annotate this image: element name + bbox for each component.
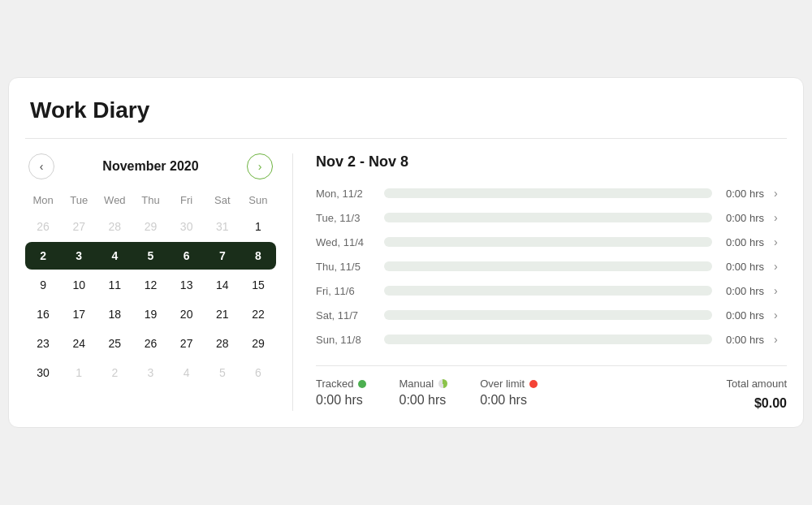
calendar-day-cell[interactable]: 16	[25, 300, 61, 328]
calendar-day-cell[interactable]: 24	[61, 330, 97, 357]
tracked-label: Tracked	[316, 378, 366, 390]
diary-day-chevron-icon[interactable]: ›	[774, 187, 787, 200]
diary-day-hours: 0:00 hrs	[722, 261, 764, 273]
calendar-day-header: Sat	[205, 191, 240, 209]
diary-day-hours: 0:00 hrs	[722, 236, 764, 248]
diary-day-label: Sun, 11/8	[316, 334, 374, 346]
calendar-day-cell[interactable]: 28	[97, 213, 132, 240]
calendar-day-cell[interactable]: 29	[240, 330, 276, 357]
calendar-day-cell[interactable]: 11	[97, 271, 132, 299]
diary-day-row[interactable]: Fri, 11/60:00 hrs›	[316, 284, 787, 297]
calendar-day-cell[interactable]: 9	[25, 271, 61, 299]
diary-day-label: Fri, 11/6	[316, 285, 374, 297]
total-amount-value: $0.00	[727, 396, 787, 411]
calendar-days-header: MonTueWedThuFriSatSun	[25, 191, 276, 209]
calendar-day-cell[interactable]: 26	[25, 213, 61, 240]
calendar-week[interactable]: 16171819202122	[25, 300, 276, 328]
manual-label: Manual	[399, 378, 447, 390]
calendar-prev-button[interactable]: ‹	[28, 153, 54, 179]
tracked-dot	[358, 380, 366, 388]
calendar-day-cell[interactable]: 2	[97, 359, 132, 386]
calendar-section: ‹ November 2020 › MonTueWedThuFriSatSun …	[25, 153, 293, 411]
calendar-day-cell[interactable]: 7	[205, 242, 240, 270]
work-diary-container: Work Diary ‹ November 2020 › MonTueWedTh…	[8, 77, 804, 428]
diary-day-chevron-icon[interactable]: ›	[774, 211, 787, 224]
diary-day-label: Mon, 11/2	[316, 188, 374, 200]
overlimit-stat: Over limit 0:00 hrs	[480, 378, 538, 408]
manual-label-text: Manual	[399, 378, 434, 390]
calendar-next-button[interactable]: ›	[247, 153, 273, 179]
diary-day-chevron-icon[interactable]: ›	[774, 333, 787, 346]
calendar-day-cell[interactable]: 5	[205, 359, 240, 386]
diary-day-row[interactable]: Sun, 11/80:00 hrs›	[316, 333, 787, 346]
diary-day-hours: 0:00 hrs	[722, 285, 764, 297]
calendar-day-cell[interactable]: 8	[240, 242, 276, 270]
calendar-day-cell[interactable]: 25	[97, 330, 132, 357]
overlimit-dot	[529, 380, 538, 388]
calendar-day-cell[interactable]: 30	[169, 213, 205, 240]
calendar-day-cell[interactable]: 14	[205, 271, 240, 299]
diary-day-chevron-icon[interactable]: ›	[774, 284, 787, 297]
diary-day-row[interactable]: Mon, 11/20:00 hrs›	[316, 187, 787, 200]
tracked-stat: Tracked 0:00 hrs	[316, 378, 366, 408]
calendar-day-cell[interactable]: 2	[25, 242, 61, 270]
diary-day-hours: 0:00 hrs	[722, 309, 764, 322]
calendar-day-cell[interactable]: 22	[240, 300, 276, 328]
calendar-day-header: Thu	[132, 191, 168, 209]
diary-day-chevron-icon[interactable]: ›	[774, 235, 787, 248]
overlimit-label-text: Over limit	[480, 378, 525, 390]
calendar-day-cell[interactable]: 27	[61, 213, 97, 240]
calendar-day-cell[interactable]: 23	[25, 330, 61, 357]
calendar-day-header: Mon	[25, 191, 61, 209]
calendar-day-cell[interactable]: 18	[97, 300, 132, 328]
diary-day-row[interactable]: Tue, 11/30:00 hrs›	[316, 211, 787, 224]
calendar-day-cell[interactable]: 27	[169, 330, 205, 357]
calendar-day-cell[interactable]: 31	[205, 213, 240, 240]
diary-section: Nov 2 - Nov 8 Mon, 11/20:00 hrs›Tue, 11/…	[293, 153, 787, 411]
calendar-day-cell[interactable]: 17	[61, 300, 97, 328]
manual-value: 0:00 hrs	[399, 393, 447, 408]
calendar-day-cell[interactable]: 4	[169, 359, 205, 386]
calendar-day-cell[interactable]: 4	[97, 242, 132, 270]
calendar-day-cell[interactable]: 30	[25, 359, 61, 386]
calendar-day-cell[interactable]: 5	[132, 242, 168, 270]
diary-progress-bar	[384, 335, 712, 344]
calendar-day-cell[interactable]: 13	[169, 271, 205, 299]
tracked-label-text: Tracked	[316, 378, 353, 390]
calendar-day-cell[interactable]: 3	[132, 359, 168, 386]
calendar-day-cell[interactable]: 1	[61, 359, 97, 386]
diary-progress-bar	[384, 286, 712, 296]
calendar-day-cell[interactable]: 26	[132, 330, 168, 357]
page-title: Work Diary	[25, 97, 787, 123]
diary-day-row[interactable]: Sat, 11/70:00 hrs›	[316, 309, 787, 322]
tracked-value: 0:00 hrs	[316, 393, 366, 408]
calendar-day-cell[interactable]: 6	[240, 359, 276, 386]
calendar-week[interactable]: 30123456	[25, 359, 276, 386]
calendar-day-cell[interactable]: 6	[169, 242, 205, 270]
diary-day-row[interactable]: Wed, 11/40:00 hrs›	[316, 235, 787, 248]
calendar-day-cell[interactable]: 3	[61, 242, 97, 270]
calendar-week[interactable]: 2345678	[25, 242, 276, 270]
calendar-week[interactable]: 2627282930311	[25, 213, 276, 240]
calendar-day-cell[interactable]: 10	[61, 271, 97, 299]
diary-period: Nov 2 - Nov 8	[316, 153, 787, 170]
calendar-day-cell[interactable]: 28	[205, 330, 240, 357]
calendar-day-cell[interactable]: 15	[240, 271, 276, 299]
diary-day-chevron-icon[interactable]: ›	[774, 309, 787, 322]
calendar-day-cell[interactable]: 20	[169, 300, 205, 328]
calendar-week[interactable]: 9101112131415	[25, 271, 276, 299]
calendar-week[interactable]: 23242526272829	[25, 330, 276, 357]
calendar-day-header: Fri	[169, 191, 205, 209]
calendar-day-cell[interactable]: 21	[205, 300, 240, 328]
calendar-grid: MonTueWedThuFriSatSun 262728293031123456…	[25, 191, 276, 386]
calendar-day-cell[interactable]: 19	[132, 300, 168, 328]
calendar-day-cell[interactable]: 29	[132, 213, 168, 240]
overlimit-value: 0:00 hrs	[480, 393, 538, 408]
diary-day-chevron-icon[interactable]: ›	[774, 260, 787, 273]
calendar-day-cell[interactable]: 12	[132, 271, 168, 299]
calendar-day-cell[interactable]: 1	[240, 213, 276, 240]
diary-day-hours: 0:00 hrs	[722, 212, 764, 224]
footer-stats: Tracked 0:00 hrs Manual 0:00 hrs Over li…	[316, 365, 787, 411]
diary-day-row[interactable]: Thu, 11/50:00 hrs›	[316, 260, 787, 273]
diary-progress-bar	[384, 310, 712, 320]
